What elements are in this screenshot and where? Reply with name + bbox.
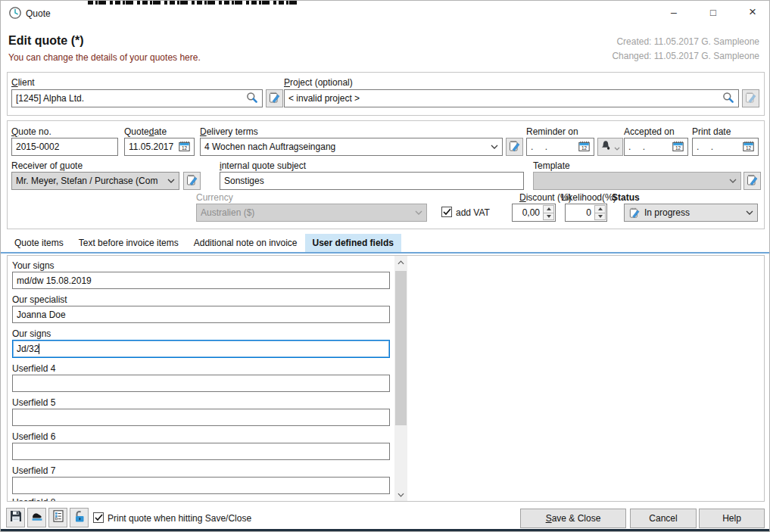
tab-underline xyxy=(1,252,770,254)
likelihood-label: Likelihood(%) xyxy=(561,192,616,203)
project-value: < invalid project > xyxy=(288,93,722,104)
our-specialist-label: Our specialist xyxy=(12,294,67,305)
tab-user-defined-fields[interactable]: User defined fields xyxy=(305,234,401,252)
tab-text-before-invoice-items[interactable]: Text before invoice items xyxy=(71,234,186,252)
quote-window: Quote – □ × Edit quote (*) You can chang… xyxy=(0,0,770,532)
client-value: [1245] Alpha Ltd. xyxy=(16,93,246,104)
svg-text:12: 12 xyxy=(675,145,681,150)
edit-icon xyxy=(744,91,757,107)
chevron-down-icon xyxy=(415,210,422,215)
client-edit-button[interactable] xyxy=(266,89,283,107)
user-fields-panel: Your signs md/dw 15.08.2019 Our speciali… xyxy=(7,255,765,502)
maximize-button[interactable]: □ xyxy=(697,3,729,21)
tab-additional-note-on-invoice[interactable]: Additional note on invoice xyxy=(186,234,305,252)
status-combobox[interactable]: In progress xyxy=(624,204,758,222)
check-icon xyxy=(95,511,103,524)
our-specialist-input[interactable]: Joanna Doe xyxy=(12,306,390,323)
delivery-terms-label: Delivery terms xyxy=(200,126,258,137)
save-icon xyxy=(9,509,23,526)
svg-text:12: 12 xyxy=(182,145,188,150)
quotedate-value: 11.05.2017 xyxy=(129,142,179,152)
tab-quote-items[interactable]: Quote items xyxy=(7,234,71,252)
minimize-button[interactable]: – xyxy=(658,3,690,21)
likelihood-value: 0 xyxy=(569,207,591,218)
calendar-icon[interactable]: 12 xyxy=(672,141,684,154)
client-label: Client xyxy=(11,77,35,88)
print-tool-button[interactable] xyxy=(27,508,46,527)
scroll-up-button[interactable] xyxy=(394,256,407,269)
close-button[interactable]: × xyxy=(737,3,768,21)
edit-icon xyxy=(268,91,281,107)
spin-down-button[interactable] xyxy=(543,213,554,221)
template-edit-button[interactable] xyxy=(744,172,761,190)
your-signs-value: md/dw 15.08.2019 xyxy=(17,275,385,286)
calendar-icon[interactable]: 12 xyxy=(578,141,590,154)
cancel-button[interactable]: Cancel xyxy=(630,509,697,528)
client-input[interactable]: [1245] Alpha Ltd. xyxy=(11,89,263,107)
your-signs-input[interactable]: md/dw 15.08.2019 xyxy=(12,272,390,289)
delivery-terms-value: 4 Wochen nach Auftragseingang xyxy=(204,142,488,152)
help-button[interactable]: Help xyxy=(699,509,765,528)
chevron-down-icon xyxy=(746,210,753,215)
report-tool-button[interactable] xyxy=(48,508,67,527)
quote-no-value: 2015-0002 xyxy=(16,142,114,152)
status-label: Status xyxy=(612,192,640,203)
our-signs-input[interactable]: Jd/32 xyxy=(12,340,390,358)
receiver-edit-button[interactable] xyxy=(183,172,201,190)
svg-text:12: 12 xyxy=(581,145,588,150)
subject-input[interactable]: Sonstiges xyxy=(220,172,524,190)
project-edit-button[interactable] xyxy=(742,89,759,107)
discount-value: 0,00 xyxy=(516,207,540,218)
edit-icon xyxy=(746,173,759,189)
edit-icon xyxy=(628,207,641,219)
calendar-icon[interactable]: 12 xyxy=(179,141,190,154)
calendar-icon[interactable]: 12 xyxy=(743,141,754,154)
template-combobox[interactable] xyxy=(533,172,741,190)
your-signs-label: Your signs xyxy=(12,260,55,271)
userfield-5-label: Userfield 5 xyxy=(12,397,55,408)
userfield-8-label-clipped: Userfield 8 xyxy=(12,497,55,502)
subject-value: Sonstiges xyxy=(224,176,519,186)
userfield-4-input[interactable] xyxy=(12,375,390,392)
search-icon[interactable] xyxy=(722,92,734,106)
window-title: Quote xyxy=(26,8,51,19)
reminder-bell-button[interactable] xyxy=(597,138,623,156)
window-bottom-edge xyxy=(1,529,770,532)
page-subtitle: You can change the details of your quote… xyxy=(8,52,201,63)
discount-spinner[interactable]: 0,00 xyxy=(512,204,556,222)
delivery-terms-edit-button[interactable] xyxy=(506,138,523,156)
chevron-down-icon xyxy=(491,145,498,149)
add-vat-checkbox[interactable] xyxy=(441,207,452,217)
quote-no-label: Quote no. xyxy=(11,126,51,137)
project-input[interactable]: < invalid project > xyxy=(284,89,739,107)
userfield-6-input[interactable] xyxy=(12,443,390,460)
userfield-7-label: Userfield 7 xyxy=(12,465,55,476)
accepted-on-input[interactable]: . . 12 xyxy=(624,138,688,156)
currency-value: Australien ($) xyxy=(201,207,412,218)
currency-label: Currency xyxy=(196,192,233,203)
userfield-7-input[interactable] xyxy=(12,477,390,494)
save-tool-button[interactable] xyxy=(6,508,25,527)
print-on-save-label: Print quote when hitting Save/Close xyxy=(108,513,263,524)
our-specialist-value: Joanna Doe xyxy=(17,310,385,320)
quotedate-input[interactable]: 11.05.2017 12 xyxy=(124,138,195,156)
scroll-thumb[interactable] xyxy=(395,271,407,425)
userfield-5-input[interactable] xyxy=(12,409,390,426)
delivery-terms-combobox[interactable]: 4 Wochen nach Auftragseingang xyxy=(200,138,503,156)
search-icon[interactable] xyxy=(246,92,258,106)
reminder-on-input[interactable]: . . 12 xyxy=(526,138,594,156)
likelihood-spinner[interactable]: 0 xyxy=(565,204,607,222)
accepted-on-value: . . xyxy=(628,142,672,152)
vertical-scrollbar[interactable] xyxy=(394,256,407,501)
scroll-down-button[interactable] xyxy=(394,488,407,501)
print-date-label: Print date xyxy=(692,126,731,137)
accepted-on-label: Accepted on xyxy=(624,126,675,137)
quote-no-input[interactable]: 2015-0002 xyxy=(11,138,118,156)
spin-down-button[interactable] xyxy=(594,213,606,221)
receiver-combobox[interactable]: Mr. Meyer, Stefan / Purchase (Com xyxy=(11,172,179,190)
print-on-save-checkbox[interactable] xyxy=(93,512,104,523)
print-date-input[interactable]: . . 12 xyxy=(692,138,759,156)
save-close-button[interactable]: Save & Close xyxy=(520,509,626,528)
unlock-tool-button[interactable] xyxy=(70,508,89,527)
bell-icon xyxy=(600,140,611,154)
